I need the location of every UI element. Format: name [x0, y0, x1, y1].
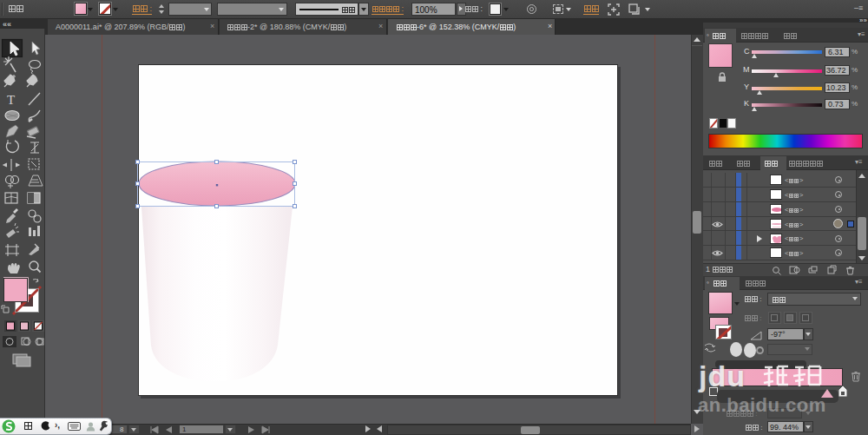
- svg-text:T: T: [7, 93, 15, 107]
